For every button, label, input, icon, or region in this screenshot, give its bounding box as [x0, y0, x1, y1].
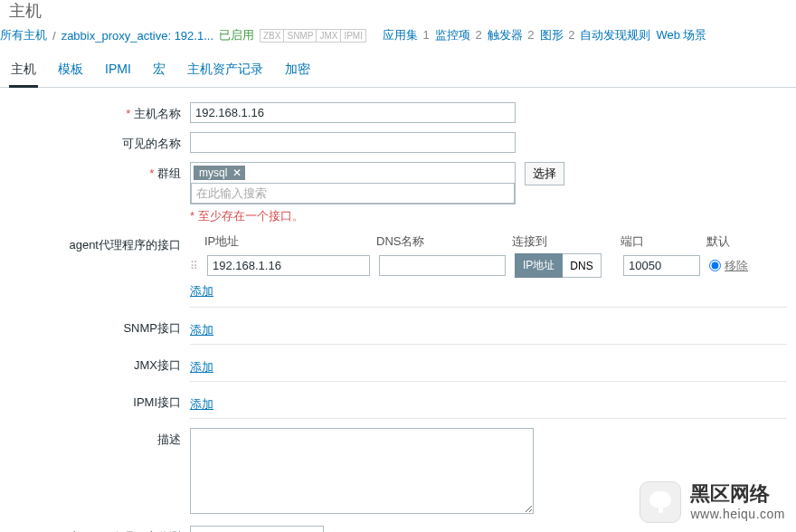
groups-multiselect[interactable]: mysql ✕ [190, 162, 516, 204]
tag-zbx: ZBX [260, 29, 284, 43]
group-tag-label: mysql [199, 166, 227, 179]
col-conn: 连接到 [512, 233, 611, 250]
label-ipmi-iface: IPMI接口 [9, 391, 190, 411]
breadcrumb: 所有主机 / zabbix_proxy_active: 192.1... 已启用… [0, 22, 796, 52]
add-agent-iface-link[interactable]: 添加 [190, 283, 213, 299]
add-ipmi-link[interactable]: 添加 [190, 396, 213, 413]
iface-row: ⠿ IP地址 DNS 移除 [190, 253, 787, 278]
tag-snmp: SNMP [284, 29, 317, 43]
interface-error: 至少存在一个接口。 [190, 208, 787, 224]
label-description: 描述 [9, 428, 190, 448]
remove-iface-link[interactable]: 移除 [725, 258, 748, 274]
col-ip: IP地址 [204, 233, 367, 250]
label-proxy: 由agent代理程序监测 [9, 526, 190, 532]
connect-to-toggle: IP地址 DNS [515, 253, 614, 278]
tab-host[interactable]: 主机 [9, 56, 38, 88]
link-graphs[interactable]: 图形 2 [540, 27, 575, 43]
tab-macros[interactable]: 宏 [151, 56, 167, 87]
drag-handle-icon[interactable]: ⠿ [190, 260, 198, 272]
link-all-hosts[interactable]: 所有主机 [0, 27, 47, 43]
tab-ipmi[interactable]: IPMI [103, 56, 133, 87]
input-port[interactable] [623, 255, 700, 276]
label-visible-name: 可见的名称 [9, 132, 190, 152]
default-radio-label[interactable]: 移除 [709, 258, 772, 274]
select-group-button[interactable]: 选择 [525, 162, 564, 185]
link-items[interactable]: 监控项 2 [435, 27, 482, 43]
select-proxy[interactable]: zabbix_proxy_active [190, 526, 324, 532]
tab-encryption[interactable]: 加密 [283, 56, 312, 87]
label-groups: 群组 [9, 162, 190, 182]
col-dns: DNS名称 [376, 233, 503, 250]
col-port: 端口 [621, 233, 697, 250]
label-agent-interface: agent代理程序的接口 [9, 233, 190, 253]
tag-jmx: JMX [317, 29, 341, 43]
link-web[interactable]: Web 场景 [656, 27, 706, 43]
default-radio[interactable] [709, 260, 721, 271]
tab-template[interactable]: 模板 [56, 56, 85, 87]
connect-ip-button[interactable]: IP地址 [515, 253, 563, 278]
remove-tag-icon[interactable]: ✕ [232, 166, 242, 179]
add-snmp-link[interactable]: 添加 [190, 322, 213, 338]
add-jmx-link[interactable]: 添加 [190, 359, 213, 375]
col-default: 默认 [706, 233, 770, 250]
group-tag: mysql ✕ [194, 166, 245, 180]
label-jmx: JMX接口 [9, 354, 190, 374]
tabs: 主机 模板 IPMI 宏 主机资产记录 加密 [0, 56, 796, 88]
iface-header: IP地址 DNS名称 连接到 端口 默认 [190, 233, 787, 250]
group-search-input[interactable] [191, 183, 515, 204]
link-proxy-host[interactable]: zabbix_proxy_active: 192.1... [62, 29, 213, 43]
host-form: 主机名称 可见的名称 群组 mysql ✕ 选择 [0, 88, 796, 532]
input-hostname[interactable] [190, 102, 516, 123]
input-visible-name[interactable] [190, 132, 516, 153]
breadcrumb-sep: / [52, 29, 56, 43]
link-applications[interactable]: 应用集 1 [383, 27, 430, 43]
page-title: 主机 [0, 0, 796, 22]
link-triggers[interactable]: 触发器 2 [488, 27, 535, 43]
input-dns[interactable] [379, 255, 506, 276]
tag-ipmi: IPMI [341, 29, 366, 43]
label-hostname: 主机名称 [9, 102, 190, 122]
input-description[interactable] [190, 428, 534, 514]
link-discovery[interactable]: 自动发现规则 [580, 27, 650, 43]
protocol-tags: ZBX SNMP JMX IPMI [260, 29, 366, 43]
label-snmp: SNMP接口 [9, 317, 190, 337]
input-ip[interactable] [207, 255, 370, 276]
tab-inventory[interactable]: 主机资产记录 [185, 56, 265, 87]
connect-dns-button[interactable]: DNS [563, 253, 601, 278]
status-badge: 已启用 [219, 27, 254, 43]
